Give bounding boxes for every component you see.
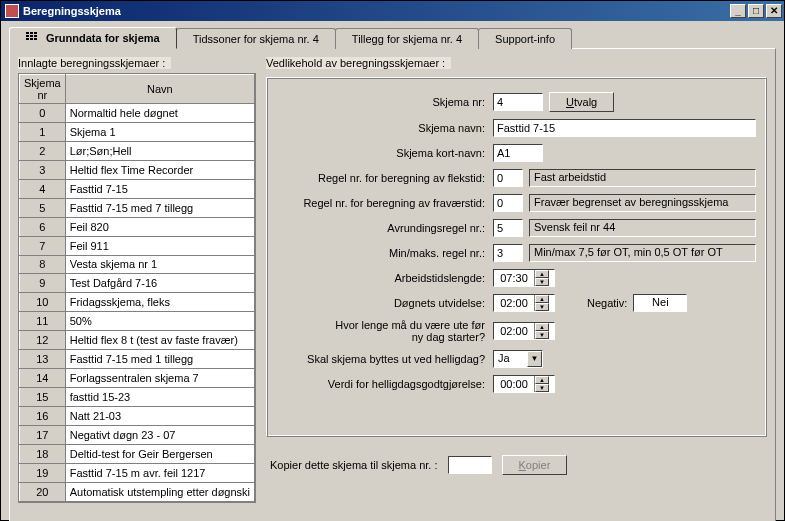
table-row[interactable]: 18Deltid-test for Geir Bergersen [20, 444, 255, 463]
spinner-dognutv[interactable]: ▲▼ [493, 294, 555, 312]
table-row[interactable]: 6Feil 820 [20, 217, 255, 236]
cell-name: Fridagsskjema, fleks [65, 293, 254, 312]
cell-nr: 12 [20, 331, 66, 350]
label-helligverdi: Verdi for helligdagsgodtgjørelse: [277, 378, 487, 390]
spinner-hvorlenge[interactable]: ▲▼ [493, 322, 555, 340]
value-negativ[interactable]: Nei [633, 294, 687, 312]
input-copy-nr[interactable] [448, 456, 492, 474]
cell-name: Natt 21-03 [65, 407, 254, 426]
grid-icon [26, 32, 40, 44]
label-kort-navn: Skjema kort-navn: [277, 147, 487, 159]
combo-helligbytte[interactable]: Ja ▼ [493, 350, 543, 368]
cell-nr: 1 [20, 122, 66, 141]
tab-tidssoner[interactable]: Tidssoner for skjema nr. 4 [176, 28, 336, 49]
app-icon [5, 4, 19, 18]
label-flekstid: Regel nr. for beregning av flekstid: [277, 172, 487, 184]
input-helligverdi[interactable] [494, 376, 534, 392]
input-skjema-nr[interactable] [493, 93, 543, 111]
label-dognutv: Døgnets utvidelse: [277, 297, 487, 309]
cell-nr: 14 [20, 369, 66, 388]
table-row[interactable]: 16Natt 21-03 [20, 407, 255, 426]
input-skjema-navn[interactable] [493, 119, 756, 137]
close-button[interactable]: ✕ [766, 4, 782, 18]
spinner-helligverdi[interactable]: ▲▼ [493, 375, 555, 393]
label-hvorlenge: Hvor lenge må du være ute før ny dag sta… [277, 319, 487, 343]
input-dognutv[interactable] [494, 295, 534, 311]
table-row[interactable]: 4Fasttid 7-15 [20, 179, 255, 198]
spin-up-icon[interactable]: ▲ [535, 376, 549, 384]
input-kort-navn[interactable] [493, 144, 543, 162]
titlebar: Beregningsskjema _ □ ✕ [1, 1, 784, 21]
table-row[interactable]: 20Automatisk utstempling etter døgnski [20, 482, 255, 501]
tab-support[interactable]: Support-info [478, 28, 572, 49]
left-pane: Innlagte beregningsskjemaer : Skjema nr … [18, 57, 256, 517]
tab-label: Grunndata for skjema [46, 32, 160, 44]
table-row[interactable]: 8Vesta skjema nr 1 [20, 255, 255, 274]
tab-tillegg[interactable]: Tillegg for skjema nr. 4 [335, 28, 479, 49]
right-pane: Vedlikehold av beregningsskjemaer : Skje… [266, 57, 767, 517]
cell-nr: 3 [20, 160, 66, 179]
input-fravaer[interactable] [493, 194, 523, 212]
cell-nr: 4 [20, 179, 66, 198]
table-row[interactable]: 9Test Dafgård 7-16 [20, 274, 255, 293]
right-section-label: Vedlikehold av beregningsskjemaer : [266, 57, 767, 69]
spin-up-icon[interactable]: ▲ [535, 270, 549, 278]
spinner-arblen[interactable]: ▲▼ [493, 269, 555, 287]
table-row[interactable]: 1Skjema 1 [20, 122, 255, 141]
input-hvorlenge[interactable] [494, 323, 534, 339]
table-row[interactable]: 5Fasttid 7-15 med 7 tillegg [20, 198, 255, 217]
spin-down-icon[interactable]: ▼ [535, 331, 549, 339]
table-row[interactable]: 3Heltid flex Time Recorder [20, 160, 255, 179]
spin-down-icon[interactable]: ▼ [535, 303, 549, 311]
table-row[interactable]: 12Heltid flex 8 t (test av faste fravær) [20, 331, 255, 350]
cell-nr: 13 [20, 350, 66, 369]
tab-grunndata[interactable]: Grunndata for skjema [9, 27, 177, 48]
spin-up-icon[interactable]: ▲ [535, 295, 549, 303]
cell-name: Feil 820 [65, 217, 254, 236]
desc-minmaks: Min/max 7,5 før OT, min 0,5 OT før OT [529, 244, 756, 262]
spin-down-icon[interactable]: ▼ [535, 384, 549, 392]
grid-scrollbar[interactable]: ▲ ▼ [255, 74, 256, 502]
table-row[interactable]: 14Forlagssentralen skjema 7 [20, 369, 255, 388]
window: Beregningsskjema _ □ ✕ Grunndata for skj… [0, 0, 785, 521]
col-header-nr[interactable]: Skjema nr [20, 75, 66, 104]
col-header-name[interactable]: Navn [65, 75, 254, 104]
minimize-button[interactable]: _ [730, 4, 746, 18]
spin-up-icon[interactable]: ▲ [535, 323, 549, 331]
cell-name: Heltid flex 8 t (test av faste fravær) [65, 331, 254, 350]
left-section-label: Innlagte beregningsskjemaer : [18, 57, 256, 69]
label-avrund: Avrundingsregel nr.: [277, 222, 487, 234]
table-row[interactable]: 17Negativt døgn 23 - 07 [20, 425, 255, 444]
table-row[interactable]: 2Lør;Søn;Hell [20, 141, 255, 160]
spin-down-icon[interactable]: ▼ [535, 278, 549, 286]
tab-label: Tillegg for skjema nr. 4 [352, 33, 462, 45]
label-fravaer: Regel nr. for beregning av fraværstid: [277, 197, 487, 209]
cell-name: Normaltid hele døgnet [65, 104, 254, 123]
input-avrund[interactable] [493, 219, 523, 237]
cell-name: Forlagssentralen skjema 7 [65, 369, 254, 388]
window-title: Beregningsskjema [23, 5, 730, 17]
table-row[interactable]: 0Normaltid hele døgnet [20, 104, 255, 123]
table-row[interactable]: 15fasttid 15-23 [20, 388, 255, 407]
maximize-button[interactable]: □ [748, 4, 764, 18]
desc-fravaer: Fravær begrenset av beregningsskjema [529, 194, 756, 212]
table-row[interactable]: 10Fridagsskjema, fleks [20, 293, 255, 312]
input-minmaks[interactable] [493, 244, 523, 262]
table-row[interactable]: 7Feil 911 [20, 236, 255, 255]
tab-label: Support-info [495, 33, 555, 45]
cell-nr: 16 [20, 407, 66, 426]
cell-name: Fasttid 7-15 [65, 179, 254, 198]
label-helligbytte: Skal skjema byttes ut ved helligdag? [277, 353, 487, 365]
input-arblen[interactable] [494, 270, 534, 286]
cell-nr: 9 [20, 274, 66, 293]
table-row[interactable]: 13Fasttid 7-15 med 1 tillegg [20, 350, 255, 369]
kopier-button[interactable]: Kopier [502, 455, 568, 475]
utvalg-button[interactable]: Utvalg [549, 92, 614, 112]
input-flekstid[interactable] [493, 169, 523, 187]
cell-name: Skjema 1 [65, 122, 254, 141]
cell-nr: 6 [20, 217, 66, 236]
table-row[interactable]: 19Fasttid 7-15 m avr. feil 1217 [20, 463, 255, 482]
chevron-down-icon[interactable]: ▼ [527, 351, 542, 367]
label-skjema-nr: Skjema nr: [277, 96, 487, 108]
table-row[interactable]: 1150% [20, 312, 255, 331]
